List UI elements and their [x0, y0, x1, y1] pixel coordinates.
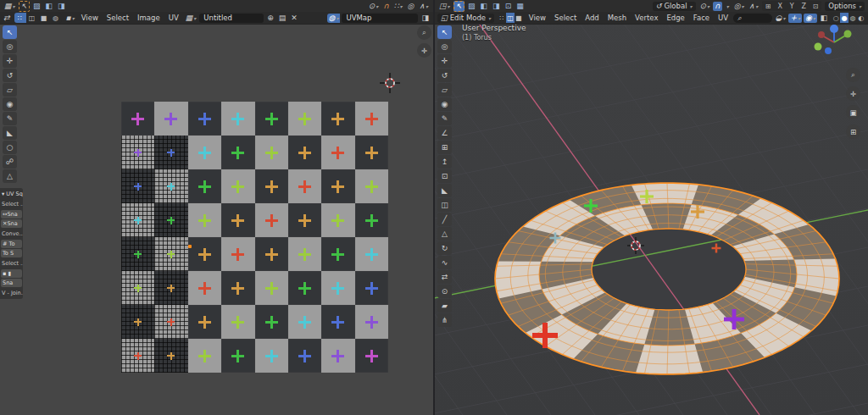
uv-pivot-dropdown[interactable]: ⊙ ▾: [367, 2, 381, 11]
uvsq-item-0[interactable]: ▾ UV Sq: [0, 189, 23, 199]
uv-menu-select[interactable]: Select: [103, 14, 133, 22]
uv-snap-toggle[interactable]: ∩: [381, 2, 391, 11]
options-dropdown[interactable]: Options ▾: [825, 2, 865, 11]
v3d-tool-rip-region[interactable]: ⋔: [437, 313, 452, 327]
uv-tool-move[interactable]: ✛: [3, 54, 17, 68]
v3d-proportional-dropdown[interactable]: ◎ ▾: [732, 2, 746, 11]
v3d-tool-cursor[interactable]: ◎: [437, 40, 452, 53]
mirror-x-button[interactable]: X: [774, 1, 786, 11]
xray-toggle[interactable]: ◧: [819, 14, 830, 23]
v3d-select-extra-icon[interactable]: ⊡: [504, 2, 514, 11]
new-image-button[interactable]: ⊕: [265, 14, 275, 23]
uv-tool-grab[interactable]: ○: [3, 141, 17, 154]
uv-pan-button[interactable]: ✛: [417, 43, 431, 58]
uv-2d-cursor[interactable]: [379, 72, 401, 94]
uv-editor-type-button[interactable]: ▦ ▾: [3, 2, 17, 11]
uv-tool-cursor[interactable]: ◎: [3, 40, 17, 53]
v3d-menu-view[interactable]: View: [525, 14, 550, 22]
shading-solid[interactable]: ●: [840, 13, 849, 23]
v3d-tool-loop-cut[interactable]: ◫: [437, 198, 452, 212]
uvsq-item-8[interactable]: ▪ ▮: [1, 269, 22, 278]
v3d-falloff-dropdown[interactable]: ∧ ▾: [748, 2, 760, 11]
v3d-tool-measure[interactable]: ∠: [437, 126, 452, 140]
v3d-select-circle-icon[interactable]: ◨: [491, 2, 502, 11]
shading-rendered[interactable]: ◐: [857, 13, 865, 23]
v3d-tool-tweak[interactable]: ↖: [437, 25, 452, 39]
uv-tool-pinch[interactable]: △: [3, 169, 17, 183]
shading-material[interactable]: ◍: [849, 13, 857, 23]
v3d-zoom-button[interactable]: ⌕: [846, 68, 860, 82]
v3d-camera-button[interactable]: ▣: [846, 105, 860, 119]
orientation-dropdown[interactable]: ↺ Global ▾: [653, 2, 696, 11]
shading-wireframe[interactable]: ○: [832, 13, 840, 23]
v3d-tool-extrude[interactable]: ↥: [437, 155, 452, 169]
select-mode-vertex[interactable]: ∷: [498, 13, 506, 23]
uvmap-name-field[interactable]: UVMap: [342, 14, 418, 23]
uv-select-mode-island[interactable]: ◍: [50, 13, 62, 23]
uv-select-mode-face[interactable]: ■: [38, 13, 50, 23]
v3d-tool-smooth[interactable]: ∿: [437, 256, 452, 269]
uv-select-circle-icon[interactable]: ◨: [56, 2, 67, 11]
v3d-tool-spin[interactable]: ↻: [437, 241, 452, 255]
v3d-tool-bevel[interactable]: ◣: [437, 184, 452, 197]
select-mode-edge[interactable]: ◫: [506, 13, 515, 23]
v3d-tool-add-cube[interactable]: ⊞: [437, 141, 452, 154]
v3d-menu-vertex[interactable]: Vertex: [631, 14, 662, 22]
v3d-select-box-icon[interactable]: ▨: [466, 2, 477, 11]
mode-dropdown[interactable]: ◱ Edit Mode ▾: [437, 14, 494, 23]
uv-tool-rip[interactable]: ◣: [3, 126, 17, 140]
uvsq-item-5[interactable]: # To: [1, 240, 22, 248]
uv-tool-transform[interactable]: ◉: [3, 97, 17, 111]
uv-select-mode-vertex[interactable]: ∷: [14, 13, 26, 23]
open-image-button[interactable]: ▤: [277, 14, 288, 23]
v3d-tool-knife[interactable]: ╱: [437, 213, 452, 226]
gizmos-dropdown[interactable]: + ▾: [788, 14, 802, 23]
v3d-menu-add[interactable]: Add: [581, 14, 603, 22]
v3d-menu-edge[interactable]: Edge: [662, 14, 688, 22]
v3d-snap-toggle[interactable]: ∩: [713, 2, 722, 11]
uv-sync-toggle[interactable]: ⇄: [2, 14, 12, 23]
v3d-tool-rotate[interactable]: ↺: [437, 69, 452, 82]
v3d-tool-transform[interactable]: ◉: [437, 97, 452, 111]
uv-active-tool-tweak[interactable]: ↖: [19, 1, 31, 12]
uvsq-item-6[interactable]: To S: [1, 249, 22, 257]
uv-tool-relax[interactable]: ☍: [3, 155, 17, 169]
uv-sidebar-toggle[interactable]: ◨: [420, 14, 431, 23]
mirror-y-button[interactable]: Y: [786, 1, 798, 11]
select-mode-face[interactable]: ■: [515, 13, 523, 23]
uvsq-item-3[interactable]: ✕Sna: [1, 219, 22, 228]
uv-select-mode-edge[interactable]: ◫: [26, 13, 38, 23]
v3d-tool-scale[interactable]: ▱: [437, 83, 452, 97]
overlays-dropdown[interactable]: ◉ ▾: [804, 14, 817, 23]
mirror-extra-icon[interactable]: ⊡: [810, 1, 821, 11]
v3d-ortho-button[interactable]: ⊞: [846, 125, 860, 139]
uv-select-lasso-icon[interactable]: ◧: [44, 2, 55, 11]
selected-uv-vertex[interactable]: [188, 245, 192, 248]
v3d-menu-mesh[interactable]: Mesh: [604, 14, 631, 22]
uv-menu-view[interactable]: View: [77, 14, 103, 22]
v3d-pivot-dropdown[interactable]: ⊙ ▾: [698, 2, 712, 11]
uv-tool-tweak[interactable]: ↖: [3, 25, 17, 39]
v3d-tool-shear[interactable]: ▰: [437, 299, 452, 313]
v3d-select-extra2-icon[interactable]: ▦: [515, 2, 526, 11]
uvsq-item-9[interactable]: Sna: [1, 279, 22, 287]
uv-tool-scale[interactable]: ▱: [3, 83, 17, 97]
v3d-pan-button[interactable]: ✛: [846, 86, 860, 101]
search-input[interactable]: ⌕: [733, 14, 771, 23]
v3d-tool-move[interactable]: ✛: [437, 54, 452, 68]
v3d-tool-inset[interactable]: ⊡: [437, 169, 452, 183]
uv-zoom-button[interactable]: ⌕: [417, 25, 431, 40]
uv-snap-with-dropdown[interactable]: ∷ ▾: [392, 2, 404, 11]
v3d-tool-edge-slide[interactable]: ⇄: [437, 270, 452, 284]
v3d-select-lasso-icon[interactable]: ◧: [479, 2, 490, 11]
uv-menu-uv[interactable]: UV: [164, 14, 183, 22]
uv-falloff-dropdown[interactable]: ∧ ▾: [417, 2, 430, 11]
v3d-snap-with-dropdown[interactable]: ▾: [724, 2, 731, 11]
v3d-tool-shrink-fatten[interactable]: ⊙: [437, 285, 452, 298]
v3d-menu-select[interactable]: Select: [550, 14, 581, 22]
area-divider[interactable]: [433, 0, 435, 415]
v3d-menu-face[interactable]: Face: [689, 14, 714, 22]
v3d-menu-uv[interactable]: UV: [714, 14, 732, 22]
unlink-image-button[interactable]: ✕: [289, 14, 299, 23]
uv-menu-image[interactable]: Image: [133, 14, 164, 22]
